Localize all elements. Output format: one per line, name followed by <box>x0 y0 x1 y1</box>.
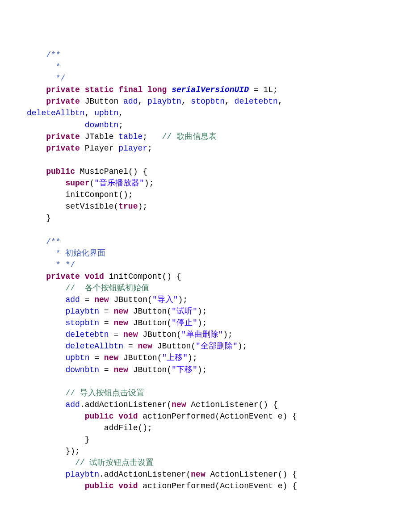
lparen: ( <box>167 307 172 316</box>
keyword-super: super <box>65 179 89 188</box>
string-import: "导入" <box>152 295 178 304</box>
field-serialversionuid: serialVersionUID <box>172 85 249 94</box>
type-actionevent: ActionEvent <box>220 482 273 490</box>
keyword-public: public <box>85 482 114 490</box>
space <box>113 482 118 490</box>
indent <box>27 318 65 327</box>
space <box>75 167 80 176</box>
keyword-void: void <box>85 272 104 281</box>
space <box>80 132 85 141</box>
space <box>186 400 191 409</box>
method-call: addActionListener <box>104 470 186 479</box>
rbrace: } <box>46 214 51 222</box>
method-call: addFile <box>104 423 138 432</box>
rbrace: } <box>85 435 90 444</box>
field-add: add <box>123 97 138 106</box>
indent <box>27 435 85 444</box>
space <box>65 458 75 467</box>
keyword-new: new <box>104 353 118 362</box>
comment-songinfo: // 歌曲信息表 <box>162 132 217 141</box>
rparen-semi: ); <box>197 307 207 316</box>
semicolon: ; <box>143 132 147 141</box>
indent <box>27 85 46 94</box>
string-stop: "停止" <box>172 318 197 327</box>
field-upbtn: upbtn <box>94 109 118 117</box>
indent <box>27 389 65 398</box>
lparen: ( <box>176 330 181 339</box>
type-jbutton: JButton <box>133 365 167 374</box>
equals: = <box>99 307 113 316</box>
parens-brace: () { <box>259 400 278 409</box>
javadoc-line: * 初始化界面 <box>51 249 105 258</box>
comment-import-click: // 导入按钮点击设置 <box>65 389 144 398</box>
keyword-new: new <box>94 295 109 304</box>
equals: = <box>89 353 104 362</box>
param-e: e <box>278 412 283 421</box>
javadoc-line: * */ <box>51 260 75 269</box>
field-deleteallbtn: deleteAllbtn <box>65 342 123 351</box>
space <box>206 470 210 479</box>
field-table: table <box>118 132 143 141</box>
keyword-private: private <box>46 144 80 153</box>
type-jbutton: JButton <box>133 318 167 327</box>
keyword-new: new <box>123 330 138 339</box>
space <box>80 85 85 94</box>
lparen: ( <box>186 470 191 479</box>
semicolon: ; <box>118 121 123 130</box>
indent <box>27 97 46 106</box>
string-music-player: "音乐播放器" <box>94 179 144 188</box>
keyword-final: final <box>118 85 143 94</box>
indent <box>27 423 104 432</box>
comma: , <box>85 109 95 117</box>
comment-play-click: // 试听按钮点击设置 <box>75 458 154 467</box>
rparen-semi: ); <box>188 353 197 362</box>
string-delete-one: "单曲删除" <box>181 330 223 339</box>
field-deletebtn: deletebtn <box>65 330 109 339</box>
indent <box>27 237 46 246</box>
indent <box>27 167 46 176</box>
indent <box>27 353 65 362</box>
keyword-private: private <box>46 272 80 281</box>
keyword-private: private <box>46 85 80 94</box>
lparen: ( <box>89 179 94 188</box>
field-playbtn: playbtn <box>65 470 99 479</box>
equals: = <box>99 318 113 327</box>
field-playbtn: playbtn <box>147 97 181 106</box>
param-e: e <box>278 482 283 490</box>
indent <box>27 179 65 188</box>
equals: = <box>123 342 138 351</box>
parens-brace: () { <box>278 470 297 479</box>
space <box>273 482 278 490</box>
space <box>80 144 85 153</box>
code-block: /** * */ private static final long seria… <box>0 0 411 519</box>
keyword-public: public <box>46 167 75 176</box>
comma: , <box>118 109 123 117</box>
keyword-void: void <box>118 412 138 421</box>
space <box>113 412 118 421</box>
rparen-semi: ); <box>238 342 247 351</box>
parens-brace: () { <box>162 272 181 281</box>
space <box>80 272 85 281</box>
string-move-up: "上移" <box>162 353 188 362</box>
type-jbutton: JButton <box>143 330 176 339</box>
indent <box>27 412 85 421</box>
dot: . <box>80 400 85 409</box>
keyword-new: new <box>113 365 128 374</box>
keyword-private: private <box>46 132 80 141</box>
rparen-semi: ); <box>223 330 233 339</box>
space <box>128 318 133 327</box>
lparen: ( <box>215 482 220 490</box>
indent <box>27 50 46 59</box>
rparen-brace: ) { <box>283 482 297 490</box>
field-downbtn: downbtn <box>65 365 99 374</box>
type-jbutton: JButton <box>123 353 157 362</box>
field-stopbtn: stopbtn <box>191 97 225 106</box>
indent <box>27 284 65 293</box>
indent <box>27 249 51 258</box>
field-add: add <box>65 295 80 304</box>
parens: (); <box>138 423 152 432</box>
equals: = <box>249 85 263 94</box>
lparen: ( <box>167 318 172 327</box>
indent <box>27 202 65 211</box>
indent <box>27 342 65 351</box>
